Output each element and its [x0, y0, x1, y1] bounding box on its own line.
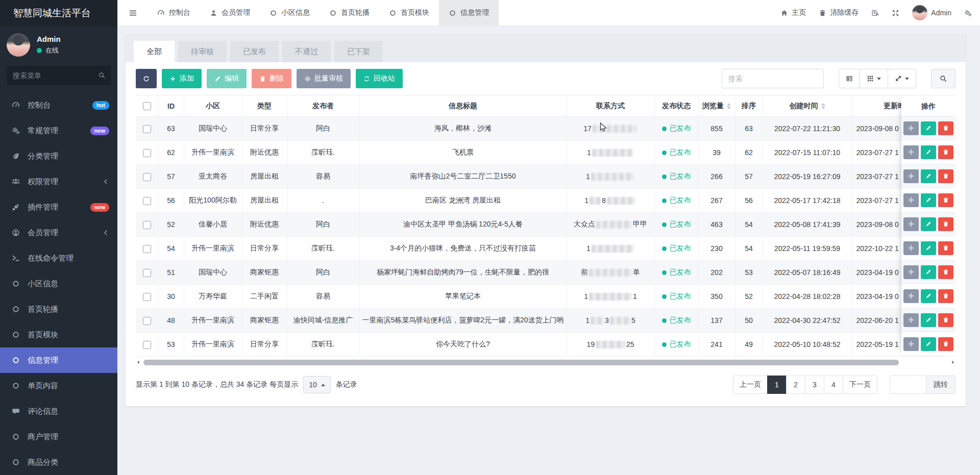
row-checkbox[interactable] [143, 173, 151, 181]
drag-sort-button[interactable] [903, 289, 919, 303]
clear-cache-button[interactable]: 清除缓存 [819, 8, 859, 17]
page-jump-input[interactable] [890, 376, 926, 394]
drag-sort-button[interactable] [903, 121, 919, 135]
menu-search-input[interactable] [7, 66, 111, 85]
pagination-next[interactable]: 下一页 [843, 376, 877, 394]
row-checkbox[interactable] [143, 245, 151, 253]
batch-audit-button[interactable]: 批量审核 [297, 69, 351, 88]
column-header-浏览量[interactable]: 浏览量 [698, 95, 735, 117]
status-tab-全部[interactable]: 全部 [134, 41, 175, 62]
row-checkbox[interactable] [143, 221, 151, 229]
top-tab-控制台[interactable]: 控制台 [148, 0, 200, 26]
row-checkbox[interactable] [143, 317, 151, 325]
sidebar-item-小区信息[interactable]: 小区信息 [0, 271, 117, 296]
row-checkbox[interactable] [143, 269, 151, 277]
top-tab-小区信息[interactable]: 小区信息 [260, 0, 320, 26]
top-tab-首页模块[interactable]: 首页模块 [379, 0, 439, 26]
detail-view-button[interactable] [839, 69, 860, 88]
sidebar-item-商户管理[interactable]: 商户管理 [0, 424, 117, 449]
avatar[interactable] [7, 33, 30, 57]
sort-icon[interactable] [727, 103, 731, 109]
delete-row-button[interactable] [938, 217, 953, 231]
refresh-button[interactable] [136, 69, 157, 88]
drag-sort-button[interactable] [903, 145, 919, 159]
select-all-checkbox[interactable] [143, 102, 151, 110]
top-tab-信息管理[interactable]: 信息管理 [439, 0, 499, 26]
sidebar-item-评论信息[interactable]: 评论信息 [0, 398, 117, 424]
edit-row-button[interactable] [921, 289, 936, 303]
home-link[interactable]: 主页 [780, 8, 806, 17]
fullscreen-button[interactable] [892, 9, 899, 17]
drag-sort-button[interactable] [903, 265, 919, 279]
page-jump-button[interactable]: 跳转 [926, 376, 955, 394]
delete-button[interactable]: 删除 [252, 69, 291, 88]
delete-row-button[interactable] [938, 241, 953, 255]
edit-row-button[interactable] [921, 193, 936, 207]
recycle-bin-button[interactable]: 回收站 [356, 69, 403, 88]
row-checkbox[interactable] [143, 197, 151, 205]
row-checkbox[interactable] [143, 341, 151, 349]
drag-sort-button[interactable] [903, 217, 919, 231]
edit-row-button[interactable] [921, 337, 936, 351]
edit-row-button[interactable] [921, 145, 936, 159]
status-tab-不通过[interactable]: 不通过 [282, 41, 331, 62]
status-tab-已下架[interactable]: 已下架 [334, 41, 383, 62]
sidebar-item-在线命令管理[interactable]: 在线命令管理 [0, 245, 117, 271]
pagination-page-3[interactable]: 3 [805, 376, 824, 394]
delete-row-button[interactable] [938, 169, 953, 183]
sidebar-item-单页内容[interactable]: 单页内容 [0, 373, 117, 398]
sidebar-item-会员管理[interactable]: 会员管理 [0, 220, 117, 245]
search-button[interactable] [931, 69, 955, 88]
pagination-prev[interactable]: 上一页 [733, 376, 768, 394]
add-button[interactable]: 添加 [162, 69, 202, 88]
drag-sort-button[interactable] [903, 241, 919, 255]
page-size-select[interactable]: 10 [303, 376, 331, 393]
sidebar-item-商品分类[interactable]: 商品分类 [0, 449, 117, 475]
status-tab-已发布[interactable]: 已发布 [230, 41, 279, 62]
edit-row-button[interactable] [921, 217, 936, 231]
scrollbar-thumb[interactable] [143, 360, 899, 365]
row-checkbox[interactable] [143, 149, 151, 157]
sidebar-item-权限管理[interactable]: 权限管理 [0, 169, 117, 194]
drag-sort-button[interactable] [903, 313, 919, 327]
pagination-page-2[interactable]: 2 [786, 376, 805, 394]
sidebar-item-控制台[interactable]: 控制台hot [0, 92, 117, 118]
edit-button[interactable]: 编辑 [207, 69, 247, 88]
scroll-left-arrow[interactable] [136, 360, 141, 365]
table-search-input[interactable] [722, 69, 824, 88]
drag-sort-button[interactable] [903, 169, 919, 183]
edit-row-button[interactable] [921, 169, 936, 183]
delete-row-button[interactable] [938, 193, 953, 207]
drag-sort-button[interactable] [903, 193, 919, 207]
scroll-right-arrow[interactable] [950, 360, 955, 365]
edit-row-button[interactable] [921, 121, 936, 135]
delete-row-button[interactable] [938, 145, 953, 159]
pagination-page-4[interactable]: 4 [824, 376, 843, 394]
delete-row-button[interactable] [938, 121, 953, 135]
delete-row-button[interactable] [938, 265, 953, 279]
settings-button[interactable] [964, 9, 972, 17]
row-checkbox[interactable] [143, 293, 151, 301]
sidebar-item-首页轮播[interactable]: 首页轮播 [0, 296, 117, 322]
user-menu[interactable]: Admin [912, 5, 951, 20]
sidebar-item-分类管理[interactable]: 分类管理 [0, 143, 117, 169]
language-button[interactable] [871, 9, 879, 17]
column-header-创建时间[interactable]: 创建时间 [763, 95, 852, 117]
sidebar-item-首页模块[interactable]: 首页模块 [0, 322, 117, 347]
delete-row-button[interactable] [938, 313, 953, 327]
pagination-page-1[interactable]: 1 [767, 376, 787, 394]
sort-icon[interactable] [821, 103, 825, 109]
sidebar-item-信息管理[interactable]: 信息管理 [0, 347, 117, 373]
delete-row-button[interactable] [938, 337, 953, 351]
status-tab-待审核[interactable]: 待审核 [178, 41, 227, 62]
sidebar-item-插件管理[interactable]: 插件管理new [0, 194, 117, 220]
edit-row-button[interactable] [921, 313, 936, 327]
sidebar-item-常规管理[interactable]: 常规管理new [0, 118, 117, 143]
drag-sort-button[interactable] [903, 337, 919, 351]
edit-row-button[interactable] [921, 265, 936, 279]
export-button[interactable] [888, 69, 916, 88]
row-checkbox[interactable] [143, 125, 151, 133]
top-tab-会员管理[interactable]: 会员管理 [200, 0, 260, 26]
top-tab-首页轮播[interactable]: 首页轮播 [320, 0, 379, 26]
delete-row-button[interactable] [938, 289, 953, 303]
